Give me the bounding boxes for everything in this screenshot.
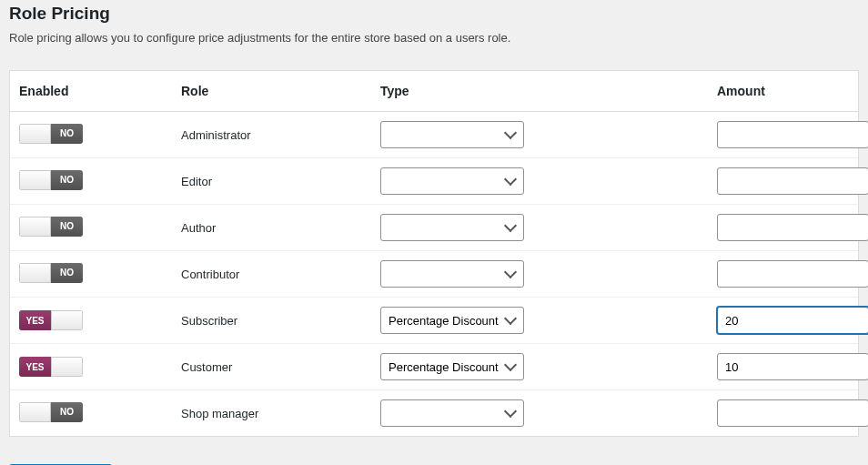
enabled-toggle[interactable]: YES xyxy=(19,310,83,330)
toggle-label: NO xyxy=(51,170,83,190)
toggle-label: YES xyxy=(19,310,51,330)
enabled-toggle[interactable]: YES xyxy=(19,357,83,377)
toggle-label: YES xyxy=(19,357,51,377)
table-row: NOAuthorPercentage Discount xyxy=(10,205,858,251)
type-select[interactable]: Percentage Discount xyxy=(380,167,524,195)
type-select[interactable]: Percentage Discount xyxy=(380,260,524,288)
type-select[interactable]: Percentage Discount xyxy=(380,121,524,148)
toggle-knob xyxy=(19,170,51,190)
type-select-wrap: Percentage Discount xyxy=(380,167,524,195)
table-row: NOShop managerPercentage Discount xyxy=(10,390,858,436)
role-label: Editor xyxy=(181,175,380,188)
amount-input[interactable] xyxy=(717,121,868,148)
amount-input[interactable] xyxy=(717,167,868,195)
type-select-wrap: Percentage Discount xyxy=(380,121,524,148)
toggle-knob xyxy=(51,357,83,377)
type-select-wrap: Percentage Discount xyxy=(380,307,524,334)
col-type-header: Type xyxy=(380,84,717,98)
col-role-header: Role xyxy=(181,84,380,98)
table-header: Enabled Role Type Amount xyxy=(10,71,858,112)
role-label: Author xyxy=(181,221,380,235)
toggle-knob xyxy=(19,124,51,144)
amount-input[interactable] xyxy=(717,353,868,380)
enabled-toggle[interactable]: NO xyxy=(19,170,83,190)
role-label: Customer xyxy=(181,360,380,374)
role-label: Administrator xyxy=(181,128,380,142)
type-select-wrap: Percentage Discount xyxy=(380,214,524,241)
type-select-wrap: Percentage Discount xyxy=(380,260,524,288)
amount-input[interactable] xyxy=(717,214,868,241)
toggle-knob xyxy=(19,217,51,237)
col-enabled-header: Enabled xyxy=(19,84,181,98)
col-amount-header: Amount xyxy=(717,84,849,98)
table-row: YESCustomerPercentage Discount xyxy=(10,344,858,390)
page-title: Role Pricing xyxy=(9,4,859,24)
table-row: NOEditorPercentage Discount xyxy=(10,158,858,205)
amount-input[interactable] xyxy=(717,260,868,288)
type-select[interactable]: Percentage Discount xyxy=(380,353,524,380)
toggle-label: NO xyxy=(51,263,83,283)
toggle-knob xyxy=(19,402,51,422)
enabled-toggle[interactable]: NO xyxy=(19,217,83,237)
enabled-toggle[interactable]: NO xyxy=(19,402,83,422)
type-select-wrap: Percentage Discount xyxy=(380,399,524,427)
toggle-label: NO xyxy=(51,402,83,422)
toggle-knob xyxy=(51,310,83,330)
table-row: NOAdministratorPercentage Discount xyxy=(10,112,858,158)
toggle-knob xyxy=(19,263,51,283)
enabled-toggle[interactable]: NO xyxy=(19,124,83,144)
enabled-toggle[interactable]: NO xyxy=(19,263,83,283)
toggle-label: NO xyxy=(51,124,83,144)
type-select-wrap: Percentage Discount xyxy=(380,353,524,380)
role-label: Shop manager xyxy=(181,407,380,420)
role-pricing-panel: Enabled Role Type Amount NOAdministrator… xyxy=(9,70,859,437)
role-label: Contributor xyxy=(181,268,380,281)
amount-input[interactable] xyxy=(717,399,868,427)
toggle-label: NO xyxy=(51,217,83,237)
table-row: YESSubscriberPercentage Discount xyxy=(10,298,858,344)
page-description: Role pricing allows you to configure pri… xyxy=(9,31,859,45)
type-select[interactable]: Percentage Discount xyxy=(380,214,524,241)
type-select[interactable]: Percentage Discount xyxy=(380,399,524,427)
table-row: NOContributorPercentage Discount xyxy=(10,251,858,298)
type-select[interactable]: Percentage Discount xyxy=(380,307,524,334)
amount-input[interactable] xyxy=(717,307,868,334)
role-label: Subscriber xyxy=(181,314,380,328)
